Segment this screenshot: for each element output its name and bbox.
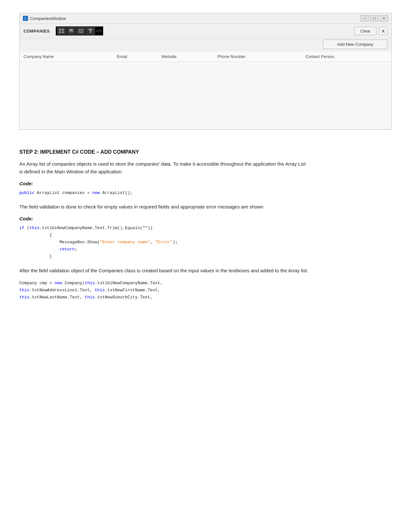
toolbar-row2: Add New Company: [20, 38, 391, 52]
table-body: [20, 62, 391, 130]
toolbar-icon-btn-1[interactable]: [57, 27, 66, 35]
table-header-row: Company Name Email Website Phone Number …: [20, 52, 391, 62]
filter-icon: [88, 29, 93, 33]
keyword-public: public: [19, 190, 34, 195]
companies-table: Company Name Email Website Phone Number …: [20, 52, 391, 130]
keyword-this-5: this: [19, 295, 29, 300]
keyword-this-1: this: [29, 226, 39, 230]
table-row: [20, 110, 391, 120]
content-section: STEP 2: IMPLEMENT C# CODE – ADD COMPANY …: [19, 143, 309, 314]
col-email: Email: [113, 52, 158, 62]
svg-rect-8: [79, 30, 83, 32]
grid-icon: [59, 29, 64, 33]
col-company-name: Company Name: [20, 52, 113, 62]
table-row: [20, 101, 391, 110]
svg-rect-3: [62, 31, 64, 33]
table-row: [20, 72, 391, 81]
toolbar-right: Clear X: [354, 27, 387, 35]
string-enter-company: "Enter company name": [100, 240, 150, 245]
add-new-company-button[interactable]: Add New Company: [323, 40, 387, 49]
keyword-this-6: this: [85, 295, 95, 300]
window-icon: C: [23, 16, 28, 21]
code-block-1: public ArrayList companies = new ArrayLi…: [19, 189, 309, 197]
keyword-new-2: new: [54, 281, 62, 285]
paragraph-2: The field validation is done to check fo…: [19, 203, 309, 211]
svg-rect-6: [70, 29, 72, 30]
paragraph-3: After the field validation object of the…: [19, 267, 309, 275]
svg-rect-1: [62, 29, 64, 31]
svg-rect-0: [59, 29, 61, 31]
table-row: [20, 91, 391, 101]
table-header: Company Name Email Website Phone Number …: [20, 52, 391, 62]
code-label-1: Code:: [19, 181, 309, 186]
window-titlebar: C CompaniesWindow – □ ×: [20, 13, 391, 24]
code-block-2: if (this.txtlblNewCompanyName.Text.Trim(…: [19, 225, 309, 260]
code-label-2: Code:: [19, 216, 309, 221]
maximize-button[interactable]: □: [370, 15, 378, 22]
col-contact-person: Contact Person: [301, 52, 391, 62]
minimize-button[interactable]: –: [360, 15, 369, 22]
col-phone-number: Phone Number: [213, 52, 301, 62]
svg-marker-9: [88, 29, 93, 33]
close-button[interactable]: ×: [380, 15, 388, 22]
toolbar-row1: COMPANIES: [20, 24, 391, 38]
keyword-this-3: this: [19, 288, 29, 293]
table-row: [20, 120, 391, 130]
toolbar-icon-btn-2[interactable]: [67, 27, 76, 35]
keyword-new: new: [92, 190, 100, 195]
clear-button[interactable]: Clear: [354, 27, 377, 35]
keyword-if: if: [19, 226, 24, 230]
companies-label: COMPANIES: [24, 29, 53, 34]
keyword-this-2: this: [85, 281, 95, 285]
toolbar-icon-btn-3[interactable]: [76, 27, 85, 35]
string-error: "Error": [155, 240, 173, 245]
svg-rect-5: [70, 31, 73, 33]
toolbar-icons-group: rch: [56, 26, 103, 35]
save-icon: [69, 29, 74, 33]
table-row: [20, 62, 391, 72]
window-controls: – □ ×: [360, 15, 388, 22]
window-title: CompaniesWindow: [30, 16, 66, 21]
search-placeholder-text: rch: [96, 29, 102, 33]
keyword-this-4: this: [95, 288, 105, 293]
table-row: [20, 81, 391, 91]
paragraph-1: An Array list of companies objects is us…: [19, 160, 309, 176]
col-website: Website: [158, 52, 213, 62]
refresh-icon: [78, 29, 83, 33]
code-block-3: Company cmp = new Company(this.txtlblNew…: [19, 280, 309, 301]
companies-window: C CompaniesWindow – □ × COMPANIES: [19, 13, 392, 130]
svg-rect-2: [59, 31, 61, 33]
keyword-return: return: [60, 247, 75, 252]
toolbar-icon-btn-4[interactable]: [86, 27, 95, 35]
x-button[interactable]: X: [379, 27, 387, 35]
step-heading: STEP 2: IMPLEMENT C# CODE – ADD COMPANY: [19, 149, 309, 155]
window-title-left: C CompaniesWindow: [23, 16, 66, 21]
